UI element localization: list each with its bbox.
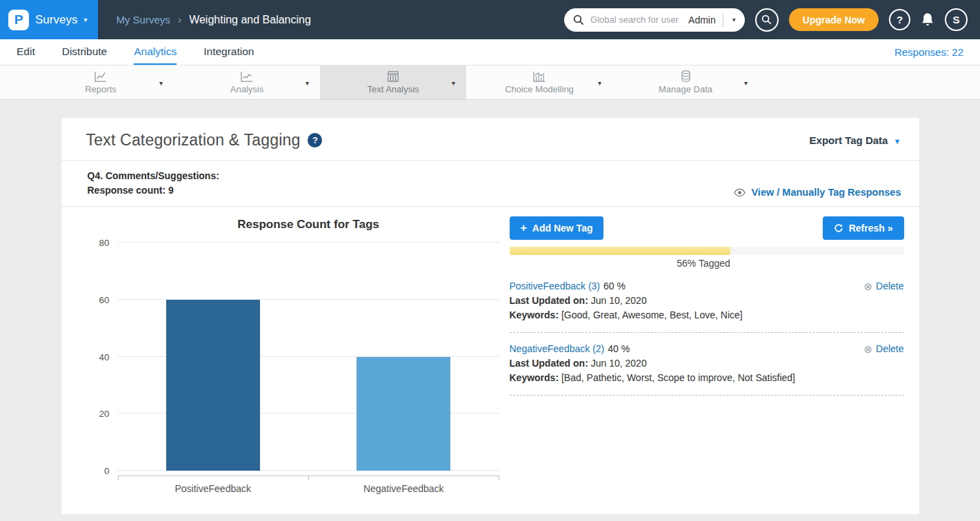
bar-slot — [118, 243, 309, 471]
database-icon — [681, 70, 691, 82]
keywords-label: Keywords: — [510, 309, 559, 320]
ribbon-text-analysis[interactable]: Text Analysis ▾ — [320, 65, 466, 99]
question-label: Q4. Comments/Suggestions: — [88, 169, 219, 183]
tag-head: NegativeFeedback (2) 40 % ⊗ Delete — [510, 342, 904, 356]
chevron-down-icon[interactable]: ▾ — [598, 79, 601, 86]
x-axis — [118, 476, 499, 480]
breadcrumb-my-surveys[interactable]: My Surveys — [116, 14, 170, 25]
search-input[interactable] — [589, 14, 686, 25]
tag-head: PositiveFeedback (3) 60 % ⊗ Delete — [510, 279, 904, 294]
tag-updated-row: Last Updated on: Jun 10, 2020 — [510, 356, 904, 371]
upgrade-now-button[interactable]: Upgrade Now — [789, 8, 879, 31]
tag-name-link[interactable]: PositiveFeedback (3) — [510, 279, 601, 294]
updated-label: Last Updated on: — [510, 295, 588, 306]
tagged-percent-label: 56% Tagged — [677, 258, 730, 269]
updated-value: Jun 10, 2020 — [588, 358, 647, 369]
tag-percent: 60 % — [603, 279, 626, 294]
panel-body: Response Count for Tags 020406080 Positi… — [61, 207, 919, 494]
keywords-value: [Good, Great, Awesome, Best, Love, Nice] — [559, 309, 743, 320]
chart-plot-area: 020406080 — [86, 243, 500, 471]
y-tick-label: 0 — [104, 466, 110, 476]
delete-tag-link[interactable]: ⊗ Delete — [863, 342, 903, 356]
y-tick-label: 20 — [99, 409, 109, 419]
refresh-button[interactable]: Refresh » — [823, 216, 904, 240]
delete-circle-icon: ⊗ — [863, 342, 872, 356]
tab-integration[interactable]: Integration — [203, 39, 254, 65]
question-info: Q4. Comments/Suggestions: Response count… — [88, 169, 219, 198]
tag-updated-row: Last Updated on: Jun 10, 2020 — [510, 294, 904, 308]
add-new-tag-button[interactable]: + Add New Tag — [510, 216, 604, 240]
tag-item: NegativeFeedback (2) 40 % ⊗ Delete Last … — [510, 342, 904, 396]
bar-NegativeFeedback[interactable] — [357, 357, 450, 471]
view-manually-tag-label: View / Manually Tag Responses — [751, 187, 901, 198]
delete-label: Delete — [876, 279, 903, 294]
chart-title: Response Count for Tags — [118, 218, 499, 232]
user-avatar[interactable]: S — [945, 8, 968, 31]
chevron-down-icon: ▼ — [894, 137, 901, 145]
notifications-button[interactable] — [921, 12, 934, 27]
bars — [118, 243, 499, 471]
chevron-down-icon[interactable]: ▾ — [306, 79, 309, 86]
breadcrumb-separator-icon: › — [178, 14, 181, 26]
refresh-label: Refresh » — [849, 223, 893, 234]
chevron-down-icon[interactable]: ▾ — [452, 79, 455, 86]
global-search: Admin ▾ — [564, 8, 745, 32]
ribbon-label: Reports — [85, 84, 117, 94]
help-badge-icon[interactable]: ? — [308, 133, 322, 147]
reports-chart-icon — [94, 71, 107, 82]
question-row: Q4. Comments/Suggestions: Response count… — [61, 161, 919, 206]
ribbon-analysis[interactable]: Analysis ▾ — [174, 65, 320, 99]
analysis-chart-icon — [241, 71, 253, 82]
y-tick-label: 60 — [99, 294, 109, 305]
bar-PositiveFeedback[interactable] — [166, 300, 260, 471]
delete-tag-link[interactable]: ⊗ Delete — [863, 279, 903, 294]
tab-edit[interactable]: Edit — [17, 39, 35, 65]
tab-distribute[interactable]: Distribute — [62, 39, 107, 65]
eye-icon — [733, 188, 746, 197]
tag-item: PositiveFeedback (3) 60 % ⊗ Delete Last … — [510, 279, 904, 333]
keywords-label: Keywords: — [510, 372, 559, 383]
export-tag-data-link[interactable]: Export Tag Data ▼ — [810, 134, 901, 146]
view-manually-tag-link[interactable]: View / Manually Tag Responses — [733, 187, 901, 198]
tab-analytics[interactable]: Analytics — [134, 39, 177, 65]
tag-percent: 40 % — [608, 342, 630, 356]
progress-label-row: 56% Tagged — [510, 258, 904, 270]
search-scope-label: Admin — [686, 14, 723, 25]
chevron-down-icon[interactable]: ▾ — [159, 79, 163, 86]
top-bar: P Surveys ▾ My Surveys › Weighting and B… — [0, 0, 980, 39]
text-analysis-icon — [388, 71, 399, 82]
app-switcher[interactable]: P Surveys ▾ — [0, 0, 98, 39]
response-count-label: Response count: 9 — [88, 183, 219, 198]
help-button[interactable]: ? — [889, 9, 910, 30]
chevron-down-icon[interactable]: ▾ — [83, 16, 87, 23]
y-tick-label: 40 — [99, 351, 109, 362]
choice-modelling-icon — [533, 71, 546, 82]
bar-slot — [308, 243, 499, 471]
tags-panel: + Add New Tag Refresh » 56% Tagged Posit… — [510, 212, 904, 494]
ribbon-manage-data[interactable]: Manage Data ▾ — [612, 65, 759, 99]
search-icon — [761, 14, 772, 25]
questionpro-logo-icon: P — [8, 10, 29, 30]
tag-name-link[interactable]: NegativeFeedback (2) — [510, 342, 605, 356]
add-new-tag-label: Add New Tag — [532, 223, 593, 234]
analytics-ribbon: Reports ▾ Analysis ▾ Text Analysis ▾ Cho… — [0, 65, 980, 100]
search-icon — [573, 14, 584, 25]
keywords-value: [Bad, Pathetic, Worst, Scope to improve,… — [559, 372, 795, 383]
ribbon-choice-modelling[interactable]: Choice Modelling ▾ — [466, 65, 612, 99]
ribbon-reports[interactable]: Reports ▾ — [28, 65, 174, 99]
responses-count[interactable]: Responses: 22 — [894, 46, 963, 58]
x-axis-tick — [309, 476, 499, 480]
ribbon-label: Text Analysis — [367, 84, 419, 94]
breadcrumb-current-survey: Weighting and Balancing — [189, 14, 311, 26]
chevron-down-icon[interactable]: ▾ — [744, 79, 748, 86]
search-button[interactable] — [755, 8, 779, 32]
refresh-icon — [834, 223, 843, 233]
app-name: Surveys — [35, 13, 77, 27]
tagged-progress-bar — [510, 247, 904, 255]
tag-keywords-row: Keywords: [Bad, Pathetic, Worst, Scope t… — [510, 371, 904, 385]
search-scope-dropdown[interactable]: ▾ — [723, 8, 745, 32]
delete-label: Delete — [876, 342, 903, 356]
plus-icon: + — [521, 223, 527, 234]
tag-actions-row: + Add New Tag Refresh » — [510, 216, 904, 240]
survey-nav: Edit Distribute Analytics Integration Re… — [0, 39, 980, 65]
